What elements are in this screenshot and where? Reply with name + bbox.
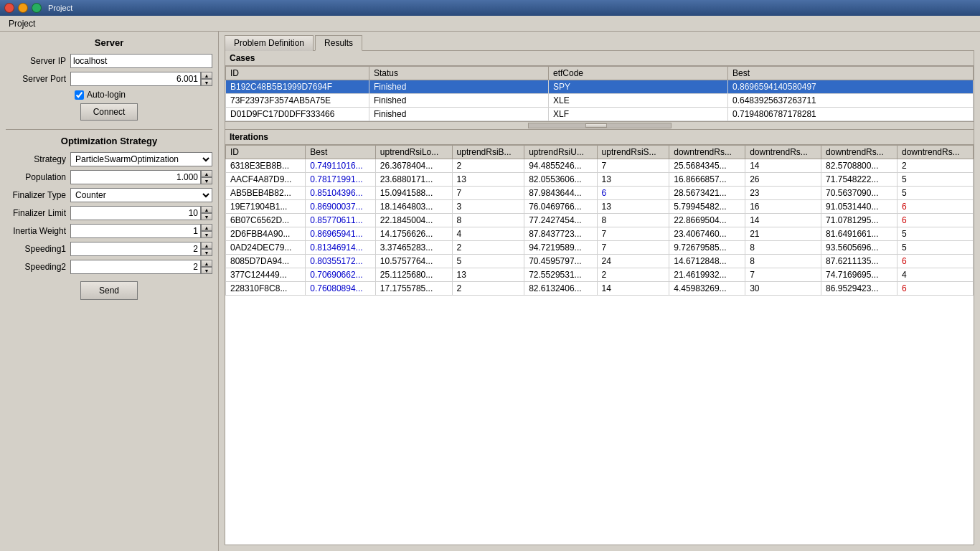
iterations-cell-c10: 6 (897, 255, 973, 268)
finalizer-limit-down-btn[interactable]: ▼ (201, 213, 212, 220)
tab-results[interactable]: Results (315, 35, 362, 51)
iterations-row[interactable]: AB5BEB4B82...0.85104396...15.0941588...7… (226, 187, 974, 200)
finalizer-limit-up-btn[interactable]: ▲ (201, 206, 212, 213)
iterations-row[interactable]: 8085D7DA94...0.80355172...10.5757764...5… (226, 255, 974, 268)
cases-col-id: ID (226, 67, 369, 80)
iterations-cell-c7: 16.8666857... (669, 173, 745, 187)
speeding2-down-btn[interactable]: ▼ (201, 267, 212, 274)
iterations-cell-c8: 21 (745, 227, 821, 241)
iterations-cell-c6: 2 (597, 268, 669, 282)
inertia-weight-up-btn[interactable]: ▲ (201, 224, 212, 231)
scroll-separator (225, 121, 974, 130)
iterations-table-scroll[interactable]: ID Best uptrendRsiLo... uptrendRsiB... u… (225, 145, 974, 545)
iterations-cell-c3: 15.0941588... (375, 187, 452, 200)
iterations-cell-c5: 70.4595797... (524, 255, 597, 268)
server-port-down-btn[interactable]: ▼ (201, 79, 212, 86)
cases-cell-status: Finished (369, 108, 549, 121)
speeding1-input[interactable] (70, 242, 201, 256)
server-port-input[interactable] (70, 72, 201, 86)
iter-col-id: ID (226, 146, 306, 159)
iterations-cell-c7: 4.45983269... (669, 282, 745, 296)
speeding1-up-btn[interactable]: ▲ (201, 242, 212, 249)
server-port-up-btn[interactable]: ▲ (201, 72, 212, 79)
iterations-row[interactable]: 228310F8C8...0.76080894...17.1755785...2… (226, 282, 974, 296)
strategy-select-wrapper: ParticleSwarmOptimization GeneticAlgorit… (70, 152, 212, 166)
iterations-cell-c6: 24 (597, 255, 669, 268)
iterations-cell-id: 0AD24DEC79... (226, 241, 306, 255)
maximize-button[interactable] (32, 3, 42, 13)
scrollbar-thumb[interactable] (585, 123, 607, 128)
server-port-label: Server Port (6, 74, 70, 84)
iterations-cell-c9: 91.0531440... (821, 200, 897, 214)
inertia-weight-row: Inertia Weight ▲ ▼ (6, 224, 212, 238)
population-up-btn[interactable]: ▲ (201, 170, 212, 177)
iterations-header: Iterations (225, 130, 974, 145)
strategy-select[interactable]: ParticleSwarmOptimization GeneticAlgorit… (70, 152, 212, 166)
close-button[interactable] (4, 3, 14, 13)
connect-button[interactable]: Connect (80, 103, 138, 121)
iterations-cell-c10: 5 (897, 227, 973, 241)
iterations-row[interactable]: 377C124449...0.70690662...25.1125680...1… (226, 268, 974, 282)
iterations-cell-c10: 6 (897, 282, 973, 296)
iterations-cell-c4: 2 (452, 159, 524, 173)
tab-problem-definition[interactable]: Problem Definition (225, 35, 314, 51)
iterations-cell-c9: 81.6491661... (821, 227, 897, 241)
finalizer-limit-input[interactable] (70, 206, 201, 220)
inertia-weight-spinner-btns: ▲ ▼ (201, 224, 212, 238)
iterations-cell-c6: 14 (597, 282, 669, 296)
iterations-cell-c8: 14 (745, 159, 821, 173)
iterations-cell-c6: 6 (597, 187, 669, 200)
send-button[interactable]: Send (80, 281, 138, 300)
finalizer-type-select[interactable]: Counter TimeLimit Convergence (70, 188, 212, 202)
menu-project[interactable]: Project (3, 17, 41, 30)
population-input[interactable] (70, 170, 201, 184)
cases-cell-status: Finished (369, 80, 549, 94)
iterations-row[interactable]: 6318E3EB8B...0.74911016...26.3678404...2… (226, 159, 974, 173)
iterations-row[interactable]: 0AD24DEC79...0.81346914...3.37465283...2… (226, 241, 974, 255)
iterations-cell-c3: 3.37465283... (375, 241, 452, 255)
speeding2-input[interactable] (70, 260, 201, 274)
iterations-row[interactable]: 19E71904B1...0.86900037...18.1464803...3… (226, 200, 974, 214)
cases-cell-best: 0.6483925637263711 (728, 94, 974, 108)
population-down-btn[interactable]: ▼ (201, 177, 212, 184)
iterations-cell-c10: 2 (897, 159, 973, 173)
speeding1-down-btn[interactable]: ▼ (201, 249, 212, 256)
iterations-cell-best: 0.80355172... (306, 255, 376, 268)
iterations-cell-c9: 71.0781295... (821, 214, 897, 227)
speeding1-label: Speeding1 (6, 244, 70, 254)
iterations-cell-id: AACF4A87D9... (226, 173, 306, 187)
iterations-cell-c3: 17.1755785... (375, 282, 452, 296)
iter-col-c4: uptrendRsiB... (452, 146, 524, 159)
iterations-cell-c9: 86.9529423... (821, 282, 897, 296)
cases-row[interactable]: 73F23973F3574AB5A75E Finished XLE 0.6483… (226, 94, 974, 108)
iterations-row[interactable]: AACF4A87D9...0.78171991...23.6880171...1… (226, 173, 974, 187)
cases-cell-etf: XLE (549, 94, 728, 108)
iterations-row[interactable]: 6B07C6562D...0.85770611...22.1845004...8… (226, 214, 974, 227)
iterations-cell-best: 0.86965941... (306, 227, 376, 241)
iterations-cell-c3: 18.1464803... (375, 200, 452, 214)
iterations-row[interactable]: 2D6FBB4A90...0.86965941...14.1756626...4… (226, 227, 974, 241)
titlebar: Project (0, 0, 980, 16)
speeding1-row: Speeding1 ▲ ▼ (6, 242, 212, 256)
iterations-cell-best: 0.76080894... (306, 282, 376, 296)
cases-row[interactable]: B192C48B5B1999D7694F Finished SPY 0.8696… (226, 80, 974, 94)
window-title: Project (48, 4, 72, 12)
inertia-weight-down-btn[interactable]: ▼ (201, 231, 212, 238)
cases-col-best: Best (728, 67, 974, 80)
minimize-button[interactable] (18, 3, 28, 13)
iterations-cell-c8: 8 (745, 241, 821, 255)
iterations-cell-id: 19E71904B1... (226, 200, 306, 214)
cases-row[interactable]: D01D9FC17D0DFF333466 Finished XLF 0.7194… (226, 108, 974, 121)
iterations-cell-c10: 5 (897, 241, 973, 255)
iterations-cell-c9: 74.7169695... (821, 268, 897, 282)
iterations-cell-best: 0.86900037... (306, 200, 376, 214)
iterations-cell-c6: 13 (597, 200, 669, 214)
iterations-cell-c9: 71.7548222... (821, 173, 897, 187)
speeding2-up-btn[interactable]: ▲ (201, 260, 212, 267)
inertia-weight-spinner: ▲ ▼ (70, 224, 212, 238)
inertia-weight-input[interactable] (70, 224, 201, 238)
auto-login-checkbox[interactable] (75, 90, 84, 100)
iterations-cell-c7: 9.72679585... (669, 241, 745, 255)
server-ip-input[interactable] (70, 54, 212, 68)
scrollbar-track[interactable] (528, 123, 672, 128)
